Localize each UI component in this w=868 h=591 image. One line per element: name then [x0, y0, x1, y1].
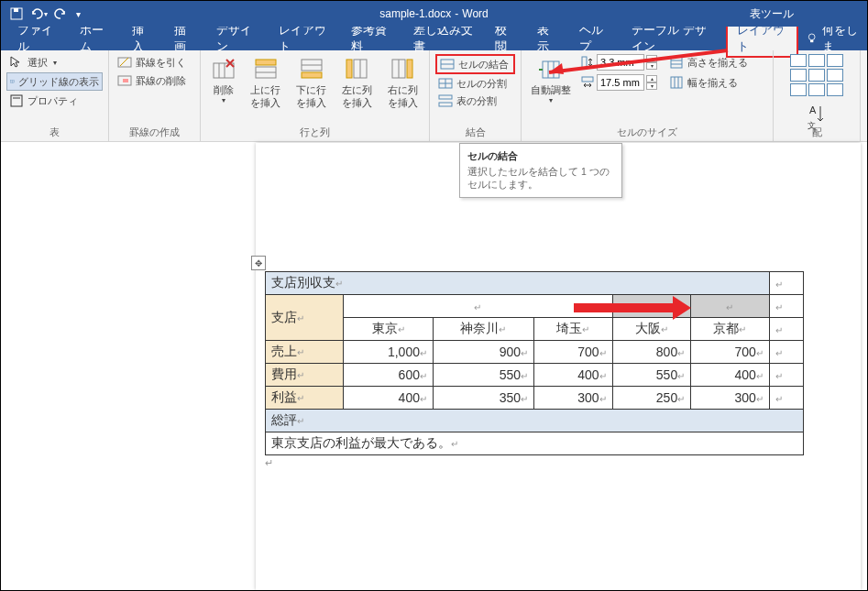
align-mr[interactable] — [827, 69, 843, 82]
document-area: ✥ 支店別収支↵↵ 支店↵ ↵ ↵ ↵ ↵ 東京↵ 神奈川↵ 埼玉↵ 大阪↵ 京… — [1, 143, 867, 590]
split-table-button[interactable]: 表の分割 — [435, 93, 515, 109]
group-borders-label: 罫線の作成 — [109, 126, 200, 139]
row-label[interactable]: 売上↵ — [265, 341, 344, 364]
table-cell[interactable]: ↵ — [769, 364, 803, 387]
table-anchor-icon[interactable]: ✥ — [251, 256, 266, 270]
title-bar: ▾ ▾ sample-1.docx - Word 表ツール — [1, 1, 867, 27]
svg-rect-1 — [14, 8, 18, 12]
align-tl[interactable] — [790, 54, 807, 67]
undo-icon[interactable]: ▾ — [28, 4, 49, 24]
svg-rect-33 — [439, 103, 452, 106]
group-merge-label: 結合 — [430, 126, 521, 139]
col-header[interactable]: 大阪↵ — [612, 318, 691, 341]
align-br[interactable] — [827, 83, 843, 96]
svg-rect-3 — [810, 40, 813, 43]
group-borders: 罫線を引く 罫線の削除 罫線の作成 — [109, 50, 201, 141]
alignment-grid[interactable] — [790, 54, 843, 96]
data-cell[interactable]: 900↵ — [433, 341, 533, 364]
svg-rect-23 — [346, 60, 352, 78]
svg-marker-50 — [673, 296, 691, 320]
row-header-cell[interactable]: 支店↵ — [265, 295, 344, 341]
annotation-arrow-2 — [574, 296, 693, 320]
align-tr[interactable] — [827, 54, 843, 67]
window-title: sample-1.docx - Word — [379, 7, 489, 20]
table-row[interactable]: 売上↵ 1,000↵ 900↵ 700↵ 800↵ 700↵ ↵ — [265, 341, 803, 364]
data-cell[interactable]: 700↵ — [691, 341, 770, 364]
properties-button[interactable]: プロパティ — [6, 93, 103, 109]
summary-cell[interactable]: 東京支店の利益が最大である。↵ — [265, 432, 803, 455]
svg-rect-11 — [123, 79, 128, 82]
data-table[interactable]: 支店別収支↵↵ 支店↵ ↵ ↵ ↵ ↵ 東京↵ 神奈川↵ 埼玉↵ 大阪↵ 京都↵… — [265, 271, 804, 455]
spin-down[interactable]: ▾ — [646, 82, 657, 90]
align-bl[interactable] — [790, 83, 807, 96]
tooltip-title: セルの結合 — [467, 149, 614, 163]
group-table-label: 表 — [1, 126, 108, 139]
align-ml[interactable] — [790, 69, 807, 82]
data-cell[interactable]: 400↵ — [534, 364, 613, 387]
row-label[interactable]: 利益↵ — [265, 387, 344, 410]
table-cell[interactable]: ↵ — [769, 318, 803, 341]
tooltip-merge-cells: セルの結合 選択したセルを結合して 1 つのセルにします。 — [459, 143, 622, 198]
svg-marker-48 — [549, 63, 564, 74]
svg-rect-7 — [11, 95, 22, 106]
group-table: 選択▾ グリッド線の表示 プロパティ 表 — [1, 50, 109, 141]
data-cell[interactable]: 300↵ — [691, 387, 770, 410]
svg-rect-12 — [214, 63, 234, 78]
table-cell[interactable]: ↵ — [769, 387, 803, 410]
data-cell[interactable]: 600↵ — [344, 364, 434, 387]
selected-cell[interactable]: ↵ — [691, 295, 770, 318]
quick-access-toolbar: ▾ ▾ — [1, 4, 86, 24]
select-button[interactable]: 選択▾ — [6, 54, 103, 71]
table-cell[interactable]: ↵ — [769, 295, 803, 318]
data-cell[interactable]: 550↵ — [612, 364, 691, 387]
col-header[interactable]: 京都↵ — [691, 318, 770, 341]
data-cell[interactable]: 300↵ — [534, 387, 613, 410]
ribbon: 選択▾ グリッド線の表示 プロパティ 表 罫線を引く 罫線の削除 罫線の作成 削… — [1, 50, 867, 142]
paragraph-mark: ↵ — [265, 457, 861, 469]
data-cell[interactable]: 400↵ — [691, 364, 770, 387]
draw-border-button[interactable]: 罫線を引く — [115, 54, 194, 71]
lightbulb-icon — [806, 31, 818, 46]
table-cell[interactable]: ↵ — [769, 341, 803, 364]
svg-rect-32 — [439, 95, 452, 99]
merge-cells-button[interactable]: セルの結合 — [435, 54, 515, 74]
table-row[interactable]: 費用↵ 600↵ 550↵ 400↵ 550↵ 400↵ ↵ — [265, 364, 803, 387]
data-cell[interactable]: 1,000↵ — [344, 341, 434, 364]
table-cell[interactable]: ↵ — [769, 272, 803, 295]
align-mc[interactable] — [808, 69, 825, 82]
svg-rect-17 — [256, 60, 276, 65]
table-row[interactable]: 利益↵ 400↵ 350↵ 300↵ 250↵ 300↵ ↵ — [265, 387, 803, 410]
svg-line-47 — [549, 50, 728, 72]
table-title-cell[interactable]: 支店別収支↵ — [265, 272, 769, 295]
gridlines-button[interactable]: グリッド線の表示 — [6, 72, 103, 91]
context-tab-title: 表ツール — [750, 6, 794, 22]
data-cell[interactable]: 250↵ — [612, 387, 691, 410]
table-cell[interactable]: ↵ — [344, 295, 613, 318]
data-cell[interactable]: 700↵ — [534, 341, 613, 364]
svg-point-2 — [809, 34, 816, 40]
data-cell[interactable]: 550↵ — [433, 364, 533, 387]
align-tc[interactable] — [808, 54, 825, 67]
data-cell[interactable]: 400↵ — [344, 387, 434, 410]
group-rowcol-label: 行と列 — [201, 126, 429, 139]
col-header[interactable]: 神奈川↵ — [433, 318, 533, 341]
data-cell[interactable]: 350↵ — [433, 387, 533, 410]
align-bc[interactable] — [808, 83, 825, 96]
row-label[interactable]: 費用↵ — [265, 364, 344, 387]
ribbon-tabs: ファイル ホーム 挿入 描画 デザイン レイアウト 参考資料 差し込み文書 校閲… — [1, 27, 867, 50]
col-header[interactable]: 東京↵ — [344, 318, 434, 341]
group-size-label: セルのサイズ — [522, 126, 773, 139]
group-merge: セルの結合 セルの分割 表の分割 結合 — [430, 50, 522, 141]
redo-icon[interactable] — [50, 4, 71, 24]
group-alignment: A文 配 — [774, 50, 861, 141]
svg-rect-49 — [574, 303, 675, 312]
data-cell[interactable]: 800↵ — [612, 341, 691, 364]
erase-border-button[interactable]: 罫線の削除 — [115, 72, 194, 89]
page: ✥ 支店別収支↵↵ 支店↵ ↵ ↵ ↵ ↵ 東京↵ 神奈川↵ 埼玉↵ 大阪↵ 京… — [256, 143, 861, 590]
summary-header-cell[interactable]: 総評↵ — [265, 410, 803, 432]
col-header[interactable]: 埼玉↵ — [534, 318, 613, 341]
save-icon[interactable] — [6, 4, 27, 24]
doc-name: sample-1.docx — [379, 7, 451, 20]
split-cells-button[interactable]: セルの分割 — [435, 75, 515, 92]
tooltip-body: 選択したセルを結合して 1 つのセルにします。 — [467, 166, 614, 192]
